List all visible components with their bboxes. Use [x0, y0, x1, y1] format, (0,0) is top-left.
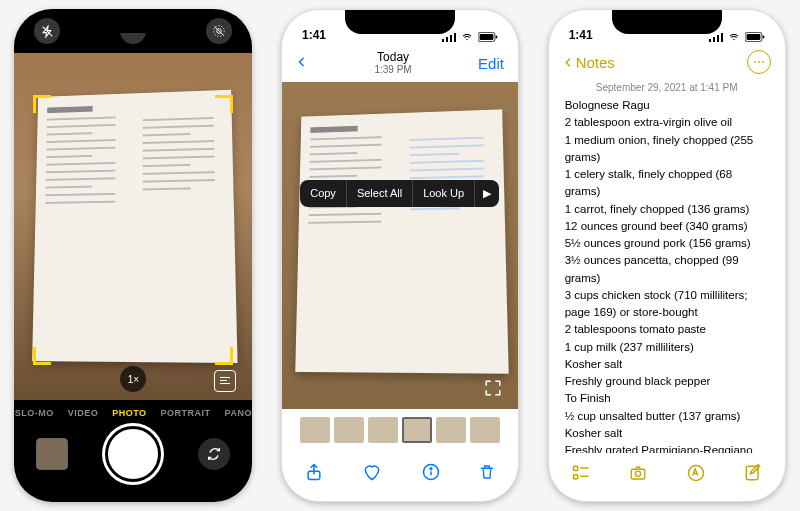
expand-icon[interactable] — [482, 377, 504, 399]
mode-photo[interactable]: PHOTO — [112, 408, 146, 418]
status-time: 1:41 — [569, 28, 593, 42]
note-line: Kosher salt — [565, 425, 769, 442]
note-line: 1 celery stalk, finely chopped (68 grams… — [565, 166, 769, 201]
svg-line-3 — [215, 26, 224, 35]
note-line: 1 medium onion, finely chopped (255 gram… — [565, 132, 769, 167]
note-line: 12 ounces ground beef (340 grams) — [565, 218, 769, 235]
photos-nav-bar: Today 1:39 PM Edit — [282, 44, 518, 82]
svg-rect-14 — [573, 466, 577, 470]
live-photo-off-icon[interactable] — [206, 18, 232, 44]
mode-pano[interactable]: PANO — [225, 408, 252, 418]
focus-corner-icon — [33, 95, 51, 113]
svg-point-10 — [430, 468, 432, 470]
focus-corner-icon — [215, 95, 233, 113]
wifi-icon — [727, 31, 741, 42]
svg-rect-5 — [480, 33, 494, 39]
back-to-notes-button[interactable]: Notes — [563, 54, 615, 71]
phone-camera: 1× SLO-MO VIDEO PHOTO PORTRAIT PANO — [14, 9, 252, 502]
photo-scrubber[interactable] — [282, 409, 518, 451]
last-photo-thumbnail[interactable] — [36, 438, 68, 470]
mode-slomo[interactable]: SLO-MO — [15, 408, 54, 418]
thumb-item[interactable] — [300, 417, 330, 443]
note-line: ½ cup unsalted butter (137 grams) — [565, 408, 769, 425]
note-line: Freshly ground black pepper — [565, 373, 769, 390]
photo-viewer[interactable]: Copy Select All Look Up ▶ — [282, 82, 518, 409]
note-line: 5½ ounces ground pork (156 grams) — [565, 235, 769, 252]
live-text-icon[interactable] — [214, 370, 236, 392]
heart-icon[interactable] — [361, 462, 383, 482]
cookbook-page — [32, 89, 237, 362]
notch — [612, 10, 722, 34]
compose-icon[interactable] — [743, 463, 763, 483]
menu-look-up[interactable]: Look Up — [413, 180, 475, 207]
notes-nav-bar: Notes ⋯ — [549, 44, 785, 80]
note-line: 1 cup milk (237 milliliters) — [565, 339, 769, 356]
text-selection-menu: Copy Select All Look Up ▶ — [300, 180, 499, 207]
note-line: Bolognese Ragu — [565, 97, 769, 114]
note-line: 3½ ounces pancetta, chopped (99 grams) — [565, 252, 769, 287]
back-button[interactable] — [296, 53, 308, 74]
note-line: 1 carrot, finely chopped (136 grams) — [565, 201, 769, 218]
battery-icon — [478, 32, 498, 42]
photos-toolbar — [282, 451, 518, 501]
thumb-item[interactable] — [334, 417, 364, 443]
note-line: To Finish — [565, 390, 769, 407]
camera-mode-selector[interactable]: SLO-MO VIDEO PHOTO PORTRAIT PANO — [14, 400, 252, 422]
menu-select-all[interactable]: Select All — [347, 180, 413, 207]
more-options-icon[interactable]: ⋯ — [747, 50, 771, 74]
menu-copy[interactable]: Copy — [300, 180, 347, 207]
flash-off-icon[interactable] — [34, 18, 60, 44]
notes-toolbar — [549, 453, 785, 501]
cookbook-page — [295, 110, 508, 374]
notch — [345, 10, 455, 34]
note-line: 2 tablespoons tomato paste — [565, 321, 769, 338]
edit-button[interactable]: Edit — [478, 55, 504, 72]
phone-notes: 1:41 Notes ⋯ September 29, 2021 at 1:41 … — [548, 9, 786, 502]
note-line: Freshly grated Parmigiano-Reggiano chees… — [565, 442, 769, 453]
note-line: 2 tablespoon extra-virgin olive oil — [565, 114, 769, 131]
notch — [78, 9, 188, 33]
shutter-button[interactable] — [105, 426, 161, 482]
focus-corner-icon — [33, 347, 51, 365]
phone-photos: 1:41 Today 1:39 PM Edit Copy Select All … — [281, 9, 519, 502]
note-timestamp: September 29, 2021 at 1:41 PM — [549, 80, 785, 97]
mode-video[interactable]: VIDEO — [68, 408, 99, 418]
note-content[interactable]: Bolognese Ragu2 tablespoon extra-virgin … — [549, 97, 785, 453]
thumb-item-selected[interactable] — [402, 417, 432, 443]
share-icon[interactable] — [304, 461, 324, 483]
svg-point-19 — [636, 471, 641, 476]
focus-corner-icon — [215, 347, 233, 365]
thumb-item[interactable] — [368, 417, 398, 443]
svg-rect-12 — [746, 33, 760, 39]
trash-icon[interactable] — [478, 461, 496, 483]
menu-more-icon[interactable]: ▶ — [475, 180, 499, 207]
svg-rect-16 — [573, 475, 577, 479]
status-time: 1:41 — [302, 28, 326, 42]
checklist-icon[interactable] — [571, 463, 591, 483]
nav-title: Today 1:39 PM — [374, 51, 411, 75]
mode-portrait[interactable]: PORTRAIT — [161, 408, 211, 418]
wifi-icon — [460, 31, 474, 42]
note-line: 3 cups chicken stock (710 milliliters; p… — [565, 287, 769, 322]
switch-camera-icon[interactable] — [198, 438, 230, 470]
info-icon[interactable] — [421, 462, 441, 482]
status-icons — [709, 31, 765, 42]
markup-icon[interactable] — [686, 463, 706, 483]
zoom-level-button[interactable]: 1× — [120, 366, 146, 392]
thumb-item[interactable] — [470, 417, 500, 443]
thumb-item[interactable] — [436, 417, 466, 443]
camera-bottom-row — [14, 422, 252, 502]
note-line: Kosher salt — [565, 356, 769, 373]
svg-rect-13 — [762, 35, 764, 38]
camera-viewfinder[interactable]: 1× — [14, 53, 252, 400]
camera-icon[interactable] — [627, 464, 649, 482]
battery-icon — [745, 32, 765, 42]
status-icons — [442, 31, 498, 42]
svg-rect-6 — [496, 35, 498, 38]
